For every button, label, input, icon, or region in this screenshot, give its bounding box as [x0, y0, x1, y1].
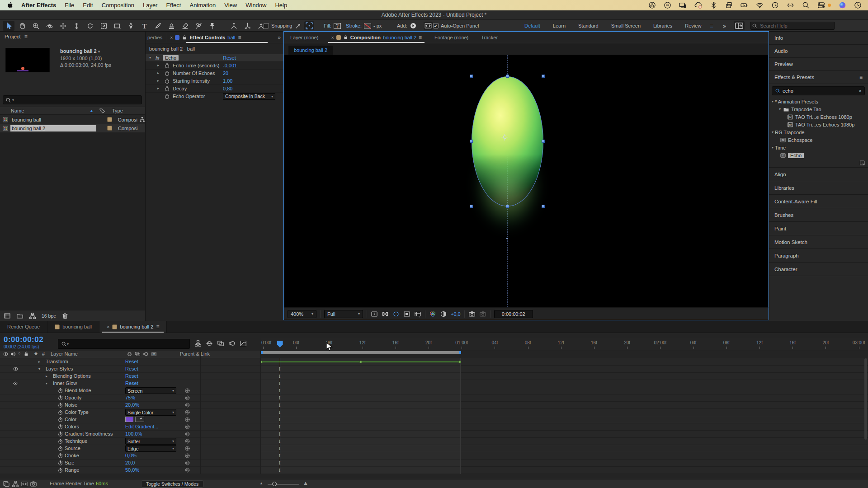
- workspace-review[interactable]: Review: [685, 23, 701, 28]
- row-dropdown[interactable]: Screen▾: [125, 387, 176, 394]
- effects-presets-header[interactable]: Effects & Presets ≡: [769, 71, 868, 84]
- twirl-closed-icon[interactable]: ▸: [157, 86, 159, 90]
- solo-column-icon[interactable]: ○: [18, 351, 20, 356]
- pickwhip-icon[interactable]: [184, 467, 190, 473]
- snap-box-icon[interactable]: [304, 21, 314, 30]
- row-value[interactable]: Edit Gradient...: [125, 424, 158, 429]
- row-value[interactable]: 50,0%: [125, 467, 139, 473]
- tree-item-echo[interactable]: 32Echo: [769, 151, 868, 159]
- timeline-row-colors[interactable]: ColorsEdit Gradient...: [0, 423, 261, 431]
- timeline-row-inner-glow[interactable]: ▾Inner GlowReset: [0, 380, 261, 387]
- keyframe-dot[interactable]: [359, 361, 362, 363]
- layer-name-column[interactable]: Layer Name: [51, 351, 78, 357]
- in-out-panes-icon[interactable]: [21, 480, 28, 488]
- project-search-field[interactable]: ▾: [3, 95, 142, 104]
- label-column-icon[interactable]: [99, 108, 105, 114]
- snap-arrow-icon[interactable]: [295, 22, 302, 29]
- timeline-row-source[interactable]: SourceEdge▾: [0, 445, 261, 452]
- fill-label[interactable]: Fill:: [324, 23, 331, 28]
- pickwhip-icon[interactable]: [184, 388, 190, 394]
- selection-handle[interactable]: [470, 75, 473, 78]
- auto-open-checkbox[interactable]: ✔: [433, 23, 439, 28]
- row-value[interactable]: 0,0%: [125, 453, 137, 458]
- selection-handle[interactable]: [470, 140, 473, 143]
- panel-tab-info[interactable]: Info: [769, 32, 868, 45]
- prop-value[interactable]: 1,00: [223, 78, 232, 84]
- keyframe-dot[interactable]: [458, 361, 461, 363]
- puppet-pin-tool[interactable]: [206, 21, 218, 31]
- close-tab-icon[interactable]: ×: [331, 35, 334, 40]
- effect-prop-number-of-echoes[interactable]: ▸Number Of Echoes20: [146, 70, 283, 77]
- row-value[interactable]: Reset: [125, 366, 138, 371]
- project-panel-menu-icon[interactable]: ≡: [24, 34, 28, 39]
- eye-icon[interactable]: [13, 366, 19, 372]
- wifi-icon[interactable]: [756, 1, 764, 9]
- stroke-width[interactable]: - px: [373, 23, 382, 28]
- menu-composition[interactable]: Composition: [102, 2, 134, 9]
- workspace-libraries[interactable]: Libraries: [653, 23, 672, 28]
- viewer-tab-layer-none[interactable]: Layer (none): [284, 32, 325, 43]
- workspace-small-screen[interactable]: Small Screen: [611, 23, 641, 28]
- local-axis-mode[interactable]: [228, 21, 240, 31]
- stopwatch-icon[interactable]: [57, 467, 63, 473]
- effect-prop-echo-time-seconds[interactable]: ▸Echo Time (seconds)-0,001: [146, 62, 283, 70]
- panel-overflow-icon[interactable]: »: [278, 34, 281, 41]
- selection-handle[interactable]: [542, 140, 545, 143]
- anchor-point-icon[interactable]: [501, 134, 508, 141]
- guides-options-icon[interactable]: [414, 310, 421, 318]
- lock-column-icon[interactable]: [24, 351, 29, 357]
- world-axis-mode[interactable]: [241, 21, 253, 31]
- type-tool[interactable]: T: [138, 21, 150, 31]
- menu-effect[interactable]: Effect: [166, 2, 181, 9]
- toggle-switches-modes-button[interactable]: Toggle Switches / Modes: [141, 480, 203, 488]
- viewer-tab-target[interactable]: bouncing ball 2: [383, 35, 416, 40]
- twirl-closed-icon[interactable]: ▸: [157, 79, 159, 83]
- timeline-row-blend-mode[interactable]: Blend ModeScreen▾: [0, 387, 261, 394]
- stopwatch-icon[interactable]: [164, 94, 170, 99]
- resolution-select[interactable]: Full▾: [324, 310, 363, 318]
- label-color-chip[interactable]: [107, 117, 112, 122]
- project-tab[interactable]: Project: [5, 34, 21, 39]
- clock-icon[interactable]: [854, 1, 862, 9]
- work-area-bar[interactable]: [261, 351, 461, 354]
- frame-blend-icon[interactable]: [217, 340, 224, 347]
- eraser-tool[interactable]: [179, 21, 191, 31]
- tree-item-tao-tri-es-echoes-1080p[interactable]: fxTAO Tri...es Echoes 1080p: [769, 121, 868, 128]
- new-folder-icon[interactable]: [16, 312, 24, 319]
- pickwhip-icon[interactable]: [184, 438, 190, 444]
- mask-ellipse-outline[interactable]: [472, 76, 543, 206]
- clone-stamp-tool[interactable]: [165, 21, 177, 31]
- magnification-select[interactable]: 400%▾: [288, 310, 316, 318]
- label-color-chip[interactable]: [107, 126, 112, 131]
- stopwatch-icon[interactable]: [57, 395, 63, 401]
- twirl-closed-icon[interactable]: ▸: [157, 71, 159, 75]
- workspace-overflow[interactable]: »: [723, 23, 726, 29]
- panel-tab-audio[interactable]: Audio: [769, 45, 868, 58]
- close-tab-icon[interactable]: ×: [107, 324, 109, 329]
- panel-tab-paint[interactable]: Paint: [769, 222, 868, 235]
- roto-brush-tool[interactable]: [193, 21, 204, 31]
- stopwatch-icon[interactable]: [57, 417, 63, 422]
- effect-echo-header[interactable]: ▾ fx Echo Reset: [146, 54, 283, 62]
- pan-camera-tool[interactable]: [57, 21, 69, 31]
- playhead-line[interactable]: [280, 358, 280, 472]
- menu-file[interactable]: File: [65, 2, 74, 9]
- project-column-header[interactable]: Name ▲ Type: [0, 107, 145, 115]
- clear-search-icon[interactable]: ×: [859, 88, 862, 94]
- pickwhip-icon[interactable]: [184, 395, 190, 401]
- twirl-open-icon[interactable]: ▾: [772, 99, 774, 103]
- row-value[interactable]: 20,0: [125, 460, 135, 465]
- in-out-icon[interactable]: [424, 22, 433, 30]
- effect-name[interactable]: Echo: [163, 55, 179, 61]
- properties-tab-partial[interactable]: perties: [147, 35, 162, 40]
- keyframe-bar[interactable]: [261, 361, 461, 362]
- timeline-track-area[interactable]: 0:00f04f08f12f16f20f01:00f04f08f12f16f20…: [261, 338, 868, 479]
- timeline-tab-menu-icon[interactable]: ≡: [156, 324, 159, 329]
- graph-editor-icon[interactable]: [240, 340, 247, 347]
- pen-tool[interactable]: [125, 21, 137, 31]
- viewer-timecode[interactable]: 0:00:00:02: [494, 310, 533, 318]
- bit-depth-button[interactable]: 16 bpc: [42, 313, 56, 319]
- panel-tab-paragraph[interactable]: Paragraph: [769, 249, 868, 263]
- timeline-row-color-type[interactable]: Color TypeSingle Color▾: [0, 409, 261, 416]
- stopwatch-icon[interactable]: [164, 86, 170, 92]
